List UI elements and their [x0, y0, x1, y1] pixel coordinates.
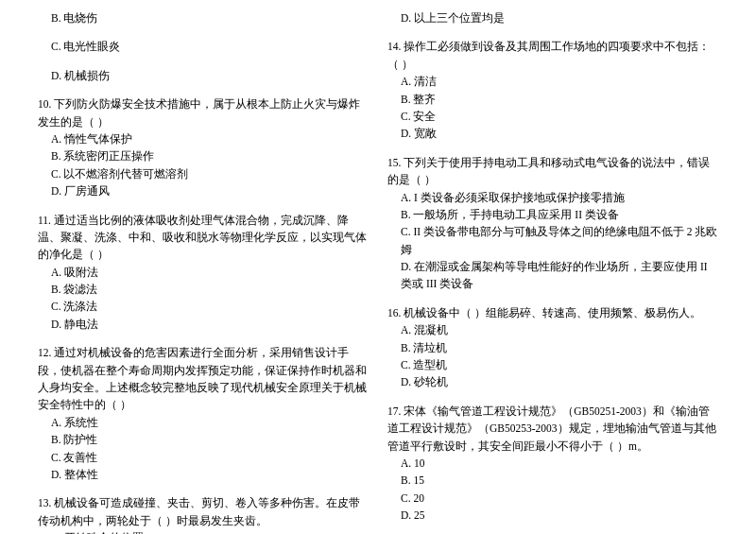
q17-opt-d: D. 25: [387, 507, 718, 524]
option-b-text: B. 电烧伤: [38, 9, 369, 26]
q12-opt-b: B. 防护性: [38, 431, 369, 448]
q12-text: 12. 通过对机械设备的危害因素进行全面分析，采用销售设计手段，使机器在整个寿命…: [38, 344, 369, 414]
question-10: 10. 下列防火防爆安全技术措施中，属于从根本上防止火灾与爆炸发生的是（ ） A…: [38, 95, 369, 199]
q15-opt-a: A. I 类设备必须采取保护接地或保护接零措施: [387, 189, 718, 206]
q15-text: 15. 下列关于使用手持电动工具和移动式电气设备的说法中，错误的是（ ）: [387, 154, 718, 189]
q15-opt-b: B. 一般场所，手持电动工具应采用 II 类设备: [387, 206, 718, 223]
q15-opt-c: C. II 类设备带电部分与可触及导体之间的绝缘电阻不低于 2 兆欧姆: [387, 223, 718, 258]
q14-opt-b: B. 整齐: [387, 91, 718, 108]
left-option-b: B. 电烧伤: [38, 9, 369, 26]
left-option-c: C. 电光性眼炎: [38, 38, 369, 55]
right-d-text: D. 以上三个位置均是: [387, 9, 718, 26]
q10-opt-d: D. 厂房通风: [38, 182, 369, 199]
q17-opt-a: A. 10: [387, 455, 718, 472]
q11-opt-a: A. 吸附法: [38, 264, 369, 281]
q14-opt-d: D. 宽敞: [387, 125, 718, 142]
left-option-d: D. 机械损伤: [38, 67, 369, 84]
question-12: 12. 通过对机械设备的危害因素进行全面分析，采用销售设计手段，使机器在整个寿命…: [38, 344, 369, 483]
question-16: 16. 机械设备中（ ）组能易碎、转速高、使用频繁、极易伤人。 A. 混凝机 B…: [387, 304, 718, 391]
question-15: 15. 下列关于使用手持电动工具和移动式电气设备的说法中，错误的是（ ） A. …: [387, 154, 718, 293]
q13-opt-a: A. 开始啮合的位置: [38, 529, 369, 534]
q11-text: 11. 通过适当比例的液体吸收剂处理气体混合物，完成沉降、降温、聚凝、洗涤、中和…: [38, 212, 369, 264]
q10-opt-c: C. 以不燃溶剂代替可燃溶剂: [38, 165, 369, 182]
q10-opt-a: A. 惰性气体保护: [38, 130, 369, 147]
option-c-text: C. 电光性眼炎: [38, 38, 369, 55]
q17-text: 17. 宋体《输气管道工程设计规范》（GB50251-2003）和《输油管道工程…: [387, 403, 718, 455]
q12-opt-d: D. 整体性: [38, 466, 369, 483]
right-option-d: D. 以上三个位置均是: [387, 9, 718, 26]
q16-opt-b: B. 清垃机: [387, 339, 718, 356]
q11-opt-c: C. 洗涤法: [38, 298, 369, 315]
q11-opt-b: B. 袋滤法: [38, 281, 369, 298]
q16-opt-d: D. 砂轮机: [387, 373, 718, 390]
q10-opt-b: B. 系统密闭正压操作: [38, 147, 369, 164]
right-column: D. 以上三个位置均是 14. 操作工必须做到设备及其周围工作场地的四项要求中不…: [387, 9, 718, 534]
question-17: 17. 宋体《输气管道工程设计规范》（GB50251-2003）和《输油管道工程…: [387, 403, 718, 525]
q14-text: 14. 操作工必须做到设备及其周围工作场地的四项要求中不包括：（ ）: [387, 38, 718, 73]
q16-text: 16. 机械设备中（ ）组能易碎、转速高、使用频繁、极易伤人。: [387, 304, 718, 321]
q14-opt-c: C. 安全: [387, 108, 718, 125]
q17-opt-b: B. 15: [387, 472, 718, 489]
left-column: B. 电烧伤 C. 电光性眼炎 D. 机械损伤 10. 下列防火防爆安全技术措施…: [38, 9, 369, 534]
q11-opt-d: D. 静电法: [38, 316, 369, 333]
question-13: 13. 机械设备可造成碰撞、夹击、剪切、卷入等多种伤害。在皮带传动机构中，两轮处…: [38, 494, 369, 534]
q14-opt-a: A. 清洁: [387, 73, 718, 90]
question-11: 11. 通过适当比例的液体吸收剂处理气体混合物，完成沉降、降温、聚凝、洗涤、中和…: [38, 212, 369, 334]
q16-opt-c: C. 造型机: [387, 356, 718, 373]
question-14: 14. 操作工必须做到设备及其周围工作场地的四项要求中不包括：（ ） A. 清洁…: [387, 38, 718, 142]
q15-opt-d: D. 在潮湿或金属架构等导电性能好的作业场所，主要应使用 II 类或 III 类…: [387, 258, 718, 293]
page-content: B. 电烧伤 C. 电光性眼炎 D. 机械损伤 10. 下列防火防爆安全技术措施…: [38, 9, 718, 534]
option-d-text: D. 机械损伤: [38, 67, 369, 84]
q10-text: 10. 下列防火防爆安全技术措施中，属于从根本上防止火灾与爆炸发生的是（ ）: [38, 95, 369, 130]
q13-text: 13. 机械设备可造成碰撞、夹击、剪切、卷入等多种伤害。在皮带传动机构中，两轮处…: [38, 494, 369, 529]
q17-opt-c: C. 20: [387, 490, 718, 507]
q12-opt-a: A. 系统性: [38, 414, 369, 431]
q12-opt-c: C. 友善性: [38, 449, 369, 466]
q16-opt-a: A. 混凝机: [387, 321, 718, 338]
